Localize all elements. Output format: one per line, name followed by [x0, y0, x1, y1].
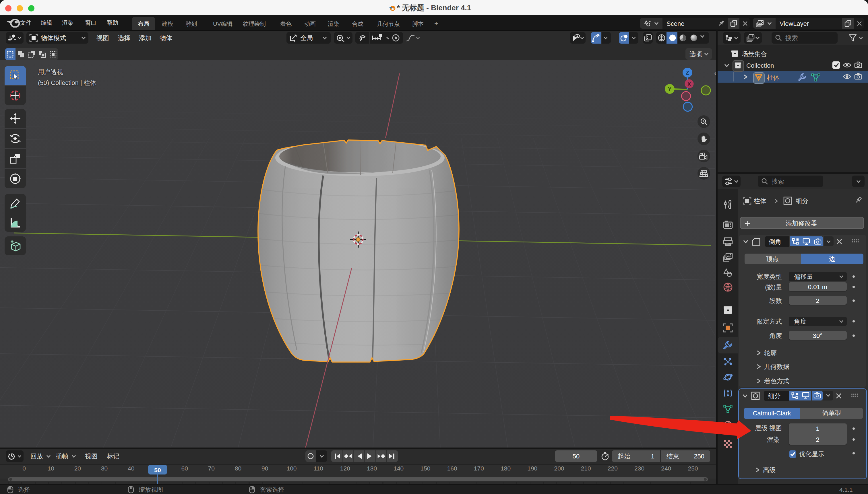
svg-text:Y: Y — [668, 87, 671, 92]
svg-text:X: X — [687, 81, 691, 87]
svg-text:Z: Z — [686, 70, 689, 76]
